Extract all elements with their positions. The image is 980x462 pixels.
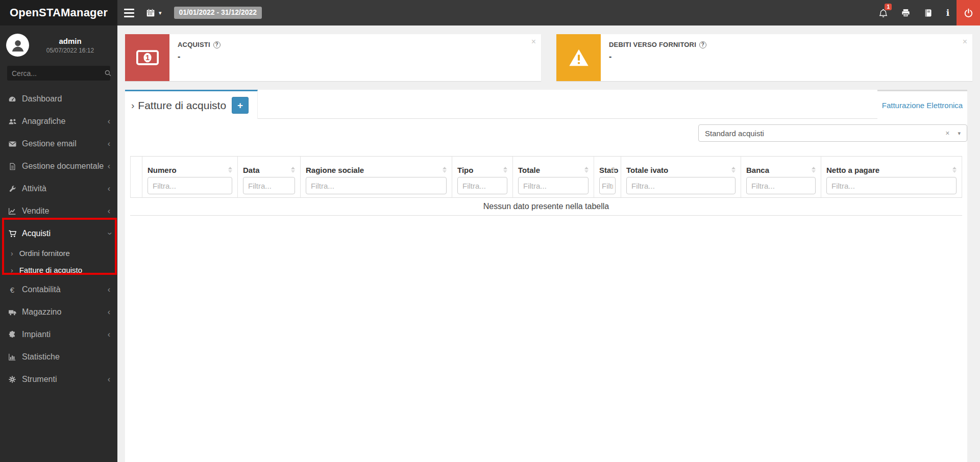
sort-icon[interactable]: [228, 167, 232, 173]
euro-icon: €: [7, 286, 17, 294]
search-input[interactable]: [12, 69, 104, 78]
sidebar-item-label: Impianti: [22, 330, 108, 339]
main-content: 1 ACQUISTI ? - × DEBITI VERSO FORNITORI …: [117, 25, 980, 462]
tab-fatturazione-elettronica[interactable]: Fatturazione Elettronica: [877, 90, 967, 119]
notifications-button[interactable]: 1: [872, 0, 894, 25]
sidebar-item-label: Gestione documentale: [22, 162, 108, 171]
chevron-down-icon: ▾: [159, 10, 162, 16]
filter-input-totale-ivato[interactable]: [626, 177, 736, 194]
power-icon: [964, 8, 973, 18]
column-header-netto-a-pagare: Netto a pagare: [821, 157, 962, 197]
sidebar-item-impianti[interactable]: Impianti ‹: [0, 323, 117, 346]
filter-input-data[interactable]: [243, 177, 295, 194]
info-button[interactable]: i: [939, 0, 957, 25]
printer-icon: [901, 8, 911, 18]
sidebar-item-strumenti[interactable]: Strumenti ‹: [0, 368, 117, 391]
gear-icon: [7, 375, 17, 383]
sidebar-item-gestione-email[interactable]: Gestione email ‹: [0, 133, 117, 155]
date-range-badge[interactable]: 01/01/2022 - 31/12/2022: [174, 7, 262, 18]
filter-input-totale[interactable]: [518, 177, 589, 194]
print-button[interactable]: [894, 0, 917, 25]
chevron-left-icon: ‹: [108, 375, 110, 383]
envelope-icon: [7, 140, 17, 148]
document-icon: [7, 163, 17, 170]
add-invoice-button[interactable]: +: [232, 97, 249, 114]
sidebar-item-acquisti[interactable]: Acquisti ‹: [0, 222, 117, 245]
sidebar-item-gestione-documentale[interactable]: Gestione documentale ‹: [0, 155, 117, 177]
filter-input-netto-a-pagare[interactable]: [826, 177, 957, 194]
sidebar-item-magazzino[interactable]: Magazzino ‹: [0, 301, 117, 323]
chevron-left-icon: ‹: [108, 286, 110, 294]
notification-count-badge: 1: [885, 4, 892, 10]
tab-fatture-di-acquisto[interactable]: › Fatture di acquisto +: [125, 90, 258, 119]
sidebar-subitem-ordini-fornitore[interactable]: › Ordini fornitore: [0, 245, 117, 262]
column-label: Numero: [148, 166, 177, 174]
filter-input-banca[interactable]: [746, 177, 816, 194]
view-select-value: Standard acquisti: [705, 129, 945, 138]
chevron-left-icon: ‹: [108, 308, 110, 316]
filter-input-tipo[interactable]: [457, 177, 507, 194]
sort-icon[interactable]: [291, 167, 295, 173]
user-name: admin: [29, 37, 111, 45]
chevron-down-icon: ▾: [958, 130, 961, 137]
app-logo[interactable]: OpenSTAManager: [0, 0, 117, 25]
sidebar-item-label: Statistiche: [22, 352, 110, 362]
column-header-stato: Stato: [594, 157, 621, 197]
sidebar-item-dashboard[interactable]: Dashboard: [0, 88, 117, 110]
column-header-tipo: Tipo: [452, 157, 513, 197]
column-label: Ragione sociale: [306, 166, 364, 174]
chevron-left-icon: ‹: [108, 207, 110, 215]
column-label: Totale ivato: [626, 166, 668, 174]
filter-input-ragione-sociale[interactable]: [306, 177, 447, 194]
filter-input-numero[interactable]: [148, 177, 232, 194]
view-select[interactable]: Standard acquisti × ▾: [698, 124, 967, 142]
avatar: [6, 34, 29, 57]
help-icon[interactable]: ?: [699, 41, 706, 48]
user-panel[interactable]: admin 05/07/2022 16:12: [0, 25, 117, 60]
fatturazione-elettronica-link[interactable]: Fatturazione Elettronica: [882, 101, 963, 110]
chevron-left-icon: ‹: [108, 140, 110, 148]
sidebar-item-anagrafiche[interactable]: Anagrafiche ‹: [0, 110, 117, 133]
column-header-totale: Totale: [513, 157, 594, 197]
close-icon[interactable]: ×: [531, 37, 536, 46]
tachometer-icon: [7, 95, 17, 103]
sort-icon[interactable]: [611, 167, 616, 173]
column-header-data: Data: [238, 157, 301, 197]
sidebar-item-label: Vendite: [22, 207, 108, 216]
sidebar-item-vendite[interactable]: Vendite ‹: [0, 200, 117, 222]
sidebar-subitem-fatture-di-acquisto[interactable]: › Fatture di acquisto: [0, 262, 117, 278]
widget-value: -: [178, 52, 533, 61]
sidebar-item-statistiche[interactable]: Statistiche: [0, 346, 117, 368]
sort-icon[interactable]: [952, 167, 957, 173]
sort-icon[interactable]: [443, 167, 447, 173]
logout-button[interactable]: [957, 0, 980, 25]
content-panel: Standard acquisti × ▾ Numero Data R: [125, 119, 967, 462]
sort-icon[interactable]: [812, 167, 816, 173]
hamburger-icon: [124, 9, 134, 10]
help-icon[interactable]: ?: [213, 41, 220, 48]
login-datetime: 05/07/2022 16:12: [29, 47, 111, 54]
stats-widgets: 1 ACQUISTI ? - × DEBITI VERSO FORNITORI …: [125, 34, 972, 81]
chevron-left-icon: ‹: [108, 162, 110, 170]
period-dropdown-button[interactable]: ▾: [141, 0, 167, 25]
hamburger-icon: [124, 16, 134, 17]
docs-button[interactable]: [917, 0, 939, 25]
sidebar-item-contabilita[interactable]: € Contabilità ‹: [0, 278, 117, 301]
sidebar-subitem-label: Ordini fornitore: [19, 249, 70, 258]
sidebar-toggle-button[interactable]: [117, 0, 141, 25]
sort-icon[interactable]: [731, 167, 736, 173]
sidebar-search: [7, 66, 110, 81]
money-bill-icon: 1: [125, 34, 169, 81]
filter-input-stato[interactable]: [599, 177, 616, 194]
close-icon[interactable]: ×: [963, 37, 967, 46]
sidebar-item-attivita[interactable]: Attività ‹: [0, 177, 117, 200]
column-label: Totale: [518, 166, 540, 174]
sidebar-item-label: Anagrafiche: [22, 117, 108, 126]
sort-icon[interactable]: [503, 167, 507, 173]
table-header-row: Numero Data Ragione sociale Tipo: [130, 156, 962, 198]
sort-icon[interactable]: [584, 167, 589, 173]
clear-icon[interactable]: ×: [945, 129, 949, 137]
sidebar-item-label: Attività: [22, 184, 108, 193]
search-icon[interactable]: [104, 69, 112, 77]
column-label: Data: [243, 166, 260, 174]
